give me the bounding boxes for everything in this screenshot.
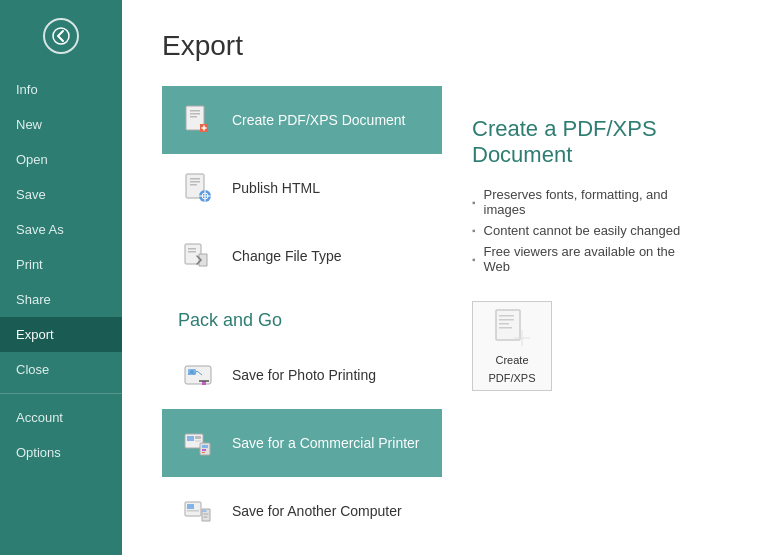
- svg-rect-32: [499, 323, 509, 325]
- sidebar-divider: [0, 393, 122, 394]
- svg-rect-13: [188, 248, 196, 250]
- sidebar-item-close[interactable]: Close: [0, 352, 122, 387]
- change-file-type-icon: [178, 236, 218, 276]
- sidebar-item-account[interactable]: Account: [0, 400, 122, 435]
- export-item-save-photo[interactable]: Save for Photo Printing: [162, 341, 442, 409]
- bullet-3: Free viewers are available on the Web: [472, 241, 690, 277]
- main-content: Export Create PDF/XPS Document: [122, 0, 760, 555]
- svg-rect-7: [190, 181, 200, 183]
- svg-rect-30: [499, 315, 514, 317]
- page-title: Export: [162, 30, 720, 62]
- export-item-save-commercial[interactable]: Save for a Commercial Printer: [162, 409, 442, 477]
- sidebar-item-print[interactable]: Print: [0, 247, 122, 282]
- svg-rect-31: [499, 319, 514, 321]
- right-panel: Create a PDF/XPS Document Preserves font…: [442, 86, 720, 545]
- publish-html-label: Publish HTML: [232, 180, 320, 196]
- save-photo-label: Save for Photo Printing: [232, 367, 376, 383]
- sidebar: Info New Open Save Save As Print Share E…: [0, 0, 122, 555]
- sidebar-item-options[interactable]: Options: [0, 435, 122, 470]
- save-computer-label: Save for Another Computer: [232, 503, 402, 519]
- svg-rect-14: [188, 251, 196, 253]
- save-photo-icon: [178, 355, 218, 395]
- svg-rect-24: [202, 449, 206, 451]
- create-pdf-label: Create PDF/XPS Document: [232, 112, 406, 128]
- sidebar-bottom: Account Options: [0, 400, 122, 480]
- export-item-save-computer[interactable]: Save for Another Computer: [162, 477, 442, 545]
- back-circle-icon: [43, 18, 79, 54]
- bullet-1: Preserves fonts, formatting, and images: [472, 184, 690, 220]
- export-item-publish-html[interactable]: Publish HTML: [162, 154, 442, 222]
- save-commercial-label: Save for a Commercial Printer: [232, 435, 420, 451]
- panel-title: Create a PDF/XPS Document: [472, 116, 690, 168]
- svg-rect-3: [190, 113, 200, 115]
- svg-rect-6: [190, 178, 200, 180]
- create-pdf-btn-line2: PDF/XPS: [488, 372, 535, 384]
- create-pdf-xps-button[interactable]: Create PDF/XPS: [472, 301, 552, 391]
- layout-body: Create PDF/XPS Document Pu: [162, 86, 720, 545]
- svg-rect-28: [187, 510, 199, 512]
- sidebar-item-share[interactable]: Share: [0, 282, 122, 317]
- pack-and-go-title: Pack and Go: [178, 310, 442, 331]
- svg-rect-4: [190, 116, 197, 118]
- svg-rect-29: [496, 310, 520, 340]
- export-options-list: Create PDF/XPS Document Pu: [162, 86, 442, 545]
- sidebar-nav: Info New Open Save Save As Print Share E…: [0, 72, 122, 555]
- svg-rect-8: [190, 184, 197, 186]
- svg-rect-27: [187, 504, 194, 509]
- svg-rect-2: [190, 110, 200, 112]
- back-button[interactable]: [0, 0, 122, 72]
- sidebar-item-export[interactable]: Export: [0, 317, 122, 352]
- bullet-2: Content cannot be easily changed: [472, 220, 690, 241]
- sidebar-item-open[interactable]: Open: [0, 142, 122, 177]
- create-pdf-btn-line1: Create: [495, 354, 528, 366]
- panel-bullets: Preserves fonts, formatting, and images …: [472, 184, 690, 277]
- svg-rect-23: [202, 445, 208, 448]
- svg-rect-20: [195, 436, 201, 439]
- save-computer-icon: [178, 491, 218, 531]
- svg-rect-33: [499, 327, 512, 329]
- export-item-create-pdf[interactable]: Create PDF/XPS Document: [162, 86, 442, 154]
- sidebar-item-save[interactable]: Save: [0, 177, 122, 212]
- sidebar-item-info[interactable]: Info: [0, 72, 122, 107]
- pdf-xps-icon: [178, 100, 218, 140]
- svg-rect-21: [195, 440, 201, 442]
- sidebar-item-save-as[interactable]: Save As: [0, 212, 122, 247]
- svg-point-0: [53, 28, 69, 44]
- pdf-document-icon: [494, 308, 530, 348]
- svg-rect-19: [187, 436, 194, 441]
- publish-html-icon: [178, 168, 218, 208]
- save-commercial-icon: [178, 423, 218, 463]
- export-item-change-file-type[interactable]: Change File Type: [162, 222, 442, 290]
- svg-rect-25: [202, 452, 205, 453]
- change-file-type-label: Change File Type: [232, 248, 341, 264]
- sidebar-item-new[interactable]: New: [0, 107, 122, 142]
